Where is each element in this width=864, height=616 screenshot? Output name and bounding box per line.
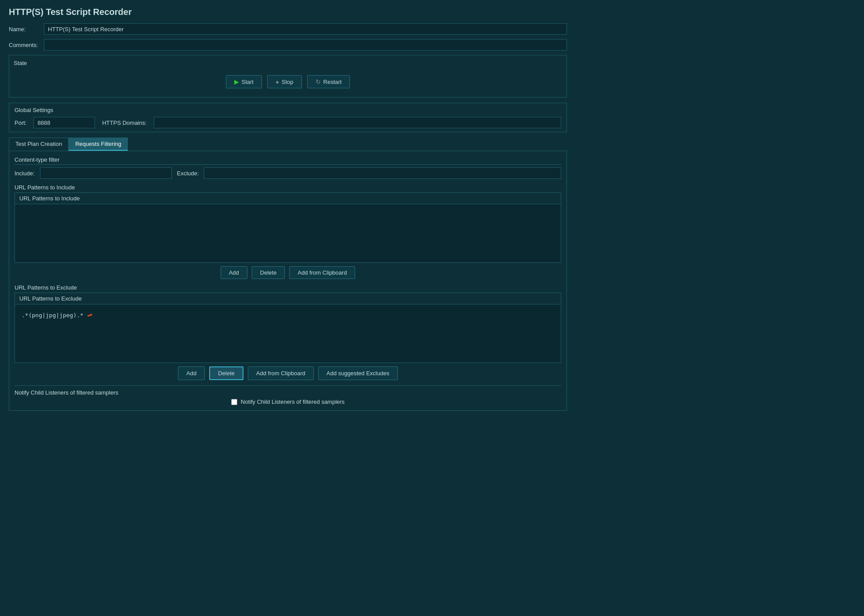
- state-section: State ▶ Start ● Stop ↻ Restart: [9, 55, 567, 98]
- url-patterns-include-section: URL Patterns to Include URL Patterns to …: [15, 184, 561, 279]
- url-patterns-include-body: [15, 204, 561, 261]
- include-add-clipboard-button[interactable]: Add from Clipboard: [289, 266, 355, 279]
- restart-button[interactable]: ↻ Restart: [307, 75, 350, 88]
- start-button[interactable]: ▶ Start: [226, 75, 262, 88]
- url-patterns-exclude-title: URL Patterns to Exclude: [15, 284, 561, 291]
- exclude-add-button[interactable]: Add: [178, 366, 205, 380]
- url-exclude-buttons: Add Delete Add from Clipboard Add sugges…: [15, 366, 561, 380]
- https-label: HTTPS Domains:: [102, 120, 146, 126]
- arrow-indicator: ➡: [85, 309, 94, 321]
- exclude-label: Exclude:: [177, 170, 199, 177]
- include-input[interactable]: [40, 167, 172, 179]
- port-label: Port:: [15, 120, 26, 126]
- global-settings-title: Global Settings: [15, 107, 561, 113]
- exclude-input[interactable]: [204, 167, 561, 179]
- url-patterns-include-title: URL Patterns to Include: [15, 184, 561, 191]
- content-type-title: Content-type filter: [15, 156, 561, 165]
- port-row: Port: HTTPS Domains:: [15, 117, 561, 128]
- tabs-row: Test Plan Creation Requests Filtering: [9, 138, 567, 151]
- state-title: State: [14, 60, 562, 66]
- url-patterns-include-table: URL Patterns to Include: [15, 192, 561, 263]
- include-add-button[interactable]: Add: [221, 266, 247, 279]
- stop-button[interactable]: ● Stop: [267, 75, 302, 88]
- restart-label: Restart: [323, 79, 342, 85]
- content-type-section: Content-type filter Include: Exclude:: [15, 156, 561, 179]
- url-patterns-include-header: URL Patterns to Include: [15, 193, 561, 204]
- state-buttons: ▶ Start ● Stop ↻ Restart: [14, 71, 562, 93]
- name-input[interactable]: [44, 23, 567, 35]
- exclude-delete-button[interactable]: Delete: [209, 366, 243, 380]
- include-delete-button[interactable]: Delete: [252, 266, 285, 279]
- url-patterns-exclude-body: .*(png|jpg|jpeg).* ➡: [15, 304, 561, 362]
- name-row: Name:: [9, 23, 567, 35]
- url-patterns-exclude-section: URL Patterns to Exclude URL Patterns to …: [15, 284, 561, 380]
- exclude-add-suggested-button[interactable]: Add suggested Excludes: [318, 366, 398, 380]
- exclude-pattern-value: .*(png|jpg|jpeg).*: [22, 312, 83, 319]
- include-label: Include:: [15, 170, 35, 177]
- global-settings-section: Global Settings Port: HTTPS Domains:: [9, 103, 567, 132]
- port-input[interactable]: [33, 117, 95, 128]
- notify-checkbox-label: Notify Child Listeners of filtered sampl…: [241, 399, 345, 405]
- tab-content-requests-filtering: Content-type filter Include: Exclude: UR…: [9, 151, 567, 411]
- name-label: Name:: [9, 26, 44, 33]
- comments-input[interactable]: [44, 39, 567, 51]
- exclude-pattern-row[interactable]: .*(png|jpg|jpeg).* ➡: [17, 308, 559, 322]
- notify-checkbox[interactable]: [231, 399, 237, 405]
- filter-row: Include: Exclude:: [15, 167, 561, 179]
- notify-title: Notify Child Listeners of filtered sampl…: [15, 389, 561, 396]
- comments-label: Comments:: [9, 42, 44, 48]
- start-label: Start: [242, 79, 254, 85]
- stop-label: Stop: [282, 79, 294, 85]
- notify-row: Notify Child Listeners of filtered sampl…: [15, 399, 561, 405]
- url-patterns-exclude-header: URL Patterns to Exclude: [15, 293, 561, 304]
- https-input[interactable]: [154, 117, 561, 128]
- exclude-add-clipboard-button[interactable]: Add from Clipboard: [248, 366, 314, 380]
- tab-requests-filtering[interactable]: Requests Filtering: [69, 138, 128, 151]
- tab-test-plan-creation[interactable]: Test Plan Creation: [9, 138, 69, 151]
- play-icon: ▶: [234, 78, 239, 85]
- comments-row: Comments:: [9, 39, 567, 51]
- url-patterns-exclude-table: URL Patterns to Exclude .*(png|jpg|jpeg)…: [15, 293, 561, 363]
- url-include-buttons: Add Delete Add from Clipboard: [15, 266, 561, 279]
- notify-section: Notify Child Listeners of filtered sampl…: [15, 385, 561, 405]
- stop-icon: ●: [276, 79, 279, 85]
- page-title: HTTP(S) Test Script Recorder: [9, 7, 567, 17]
- restart-icon: ↻: [316, 78, 321, 85]
